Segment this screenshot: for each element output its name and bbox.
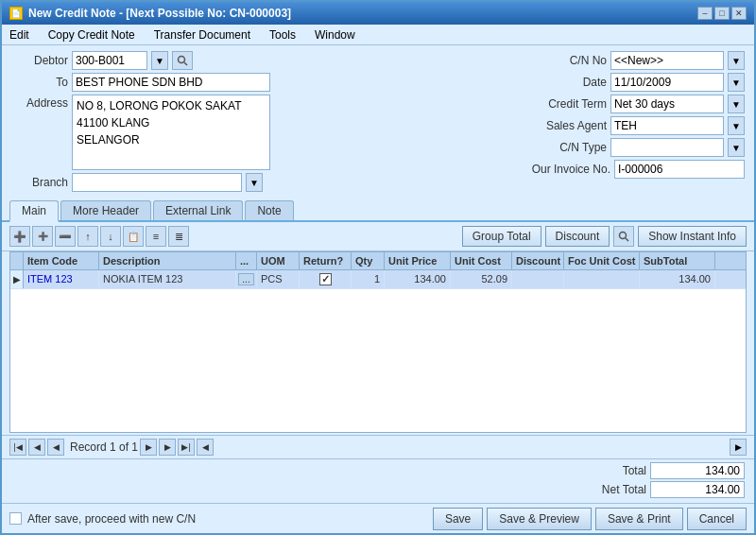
to-label: To <box>11 76 68 89</box>
total-row: Total 134.00 <box>580 462 745 479</box>
date-row: Date ▼ <box>461 73 745 92</box>
list-btn[interactable]: ≡ <box>146 226 166 247</box>
branch-input[interactable] <box>72 173 242 192</box>
svg-line-3 <box>626 238 628 241</box>
maximize-button[interactable]: □ <box>714 7 730 20</box>
add-row-btn[interactable]: ➕ <box>9 226 30 247</box>
cn-no-dropdown-btn[interactable]: ▼ <box>728 51 745 70</box>
header-qty: Qty <box>352 252 385 269</box>
last-page-btn[interactable]: ▶| <box>178 439 195 456</box>
table-row[interactable]: ▶ ITEM 123 NOKIA ITEM 123 ... PCS ✓ 1 13… <box>10 270 746 289</box>
total-label: Total <box>580 464 646 477</box>
tab-note[interactable]: Note <box>245 200 293 220</box>
debtor-dropdown-btn[interactable]: ▼ <box>151 51 168 70</box>
show-instant-info-btn[interactable]: Show Instant Info <box>638 226 747 247</box>
tab-more-header[interactable]: More Header <box>60 200 151 220</box>
address-box: NO 8, LORONG POKOK SAKAT 41100 KLANG SEL… <box>72 95 270 170</box>
credit-term-row: Credit Term ▼ <box>461 95 745 113</box>
header-unit-cost: Unit Cost <box>451 252 512 269</box>
cell-unit-cost[interactable]: 52.09 <box>451 270 512 288</box>
discount-btn[interactable]: Discount <box>545 226 610 247</box>
main-content: ➕ ➕ ➖ ↑ ↓ 📋 ≡ ≣ Group Total Discount Sho… <box>2 222 754 533</box>
save-button[interactable]: Save <box>433 508 483 530</box>
cell-unit-price[interactable]: 134.00 <box>385 270 451 288</box>
grid-search-btn[interactable] <box>613 226 634 247</box>
credit-term-label: Credit Term <box>522 97 607 111</box>
debtor-input[interactable] <box>72 51 147 70</box>
menu-bar: Edit Copy Credit Note Transfer Document … <box>2 25 754 45</box>
first-page-btn[interactable]: |◀ <box>9 439 26 456</box>
collapse-btn[interactable]: ◀ <box>197 439 214 456</box>
our-invoice-input[interactable] <box>614 160 745 179</box>
debtor-search-btn[interactable] <box>172 51 193 70</box>
title-controls: – □ ✕ <box>697 7 747 20</box>
footer-right: Save Save & Preview Save & Print Cancel <box>433 508 747 530</box>
delete-row-btn[interactable]: ➖ <box>55 226 76 247</box>
minimize-button[interactable]: – <box>697 7 713 20</box>
address-row: Address NO 8, LORONG POKOK SAKAT 41100 K… <box>11 95 442 170</box>
proceed-checkbox[interactable] <box>9 512 22 525</box>
move-up-btn[interactable]: ↑ <box>77 226 98 247</box>
move-down-btn[interactable]: ↓ <box>100 226 121 247</box>
sales-agent-label: Sales Agent <box>522 119 607 132</box>
credit-term-dropdown-btn[interactable]: ▼ <box>728 95 745 113</box>
save-preview-button[interactable]: Save & Preview <box>487 508 592 530</box>
next-record-btn[interactable]: ▶ <box>140 439 157 456</box>
credit-term-input[interactable] <box>610 95 724 113</box>
tab-external-link[interactable]: External Link <box>153 200 243 220</box>
cell-return[interactable]: ✓ <box>300 270 352 288</box>
menu-transfer-document[interactable]: Transfer Document <box>150 27 254 43</box>
cancel-button[interactable]: Cancel <box>687 508 747 530</box>
cn-no-row: C/N No ▼ <box>461 51 745 70</box>
menu-edit[interactable]: Edit <box>6 27 33 43</box>
cell-item-code[interactable]: ITEM 123 <box>24 270 99 288</box>
pagination-bar: |◀ ◀ ◀ Record 1 of 1 ▶ ▶ ▶| ◀ ▶ <box>2 435 754 459</box>
cell-discount[interactable] <box>512 270 564 288</box>
save-print-button[interactable]: Save & Print <box>595 508 683 530</box>
insert-row-btn[interactable]: ➕ <box>32 226 53 247</box>
cell-foc-unit-cost[interactable] <box>564 270 640 288</box>
prev-record-btn[interactable]: ◀ <box>47 439 64 456</box>
title-bar: 📄 New Credit Note - [Next Possible No: C… <box>2 2 754 25</box>
scroll-right-btn[interactable]: ▶ <box>730 439 747 456</box>
group-total-btn[interactable]: Group Total <box>462 226 541 247</box>
grid-inner: Item Code Description ... UOM Return? Qt… <box>10 252 746 432</box>
cn-type-dropdown-btn[interactable]: ▼ <box>728 138 745 157</box>
row-expand-btn[interactable]: ... <box>238 273 253 285</box>
main-window: 📄 New Credit Note - [Next Possible No: C… <box>0 0 756 535</box>
next-page-btn[interactable]: ▶ <box>159 439 176 456</box>
proceed-label: After save, proceed with new C/N <box>27 512 196 526</box>
menu-copy-credit-note[interactable]: Copy Credit Note <box>44 27 139 43</box>
date-calendar-btn[interactable]: ▼ <box>728 73 745 92</box>
prev-page-btn[interactable]: ◀ <box>28 439 45 456</box>
sales-agent-input[interactable] <box>610 116 724 135</box>
cn-type-input[interactable] <box>610 138 724 157</box>
cn-type-row: C/N Type ▼ <box>461 138 745 157</box>
cell-description[interactable]: NOKIA ITEM 123 <box>99 270 236 288</box>
row-arrow: ▶ <box>10 270 24 288</box>
address-line-3: SELANGOR <box>77 131 266 148</box>
menu-window[interactable]: Window <box>311 27 359 43</box>
sales-agent-row: Sales Agent ▼ <box>461 116 745 135</box>
close-button[interactable]: ✕ <box>731 7 747 20</box>
header-arrow <box>10 252 24 269</box>
cell-qty[interactable]: 1 <box>352 270 385 288</box>
copy-btn[interactable]: 📋 <box>123 226 144 247</box>
date-label: Date <box>522 76 607 89</box>
to-input[interactable] <box>72 73 270 92</box>
return-checkbox[interactable]: ✓ <box>319 273 332 285</box>
sales-agent-dropdown-btn[interactable]: ▼ <box>728 116 745 135</box>
cn-no-input[interactable] <box>610 51 724 70</box>
cell-subtotal[interactable]: 134.00 <box>640 270 715 288</box>
toolbar: ➕ ➕ ➖ ↑ ↓ 📋 ≡ ≣ Group Total Discount Sho… <box>2 222 754 251</box>
tab-main[interactable]: Main <box>9 200 59 222</box>
cell-uom[interactable]: PCS <box>257 270 300 288</box>
checkbox-check-icon: ✓ <box>321 273 330 285</box>
branch-dropdown-btn[interactable]: ▼ <box>246 173 263 192</box>
cell-dots[interactable]: ... <box>236 270 257 288</box>
menu-tools[interactable]: Tools <box>266 27 300 43</box>
detail-btn[interactable]: ≣ <box>168 226 189 247</box>
header-item-code: Item Code <box>24 252 99 269</box>
grid-wrapper: Item Code Description ... UOM Return? Qt… <box>9 251 747 433</box>
date-input[interactable] <box>610 73 724 92</box>
